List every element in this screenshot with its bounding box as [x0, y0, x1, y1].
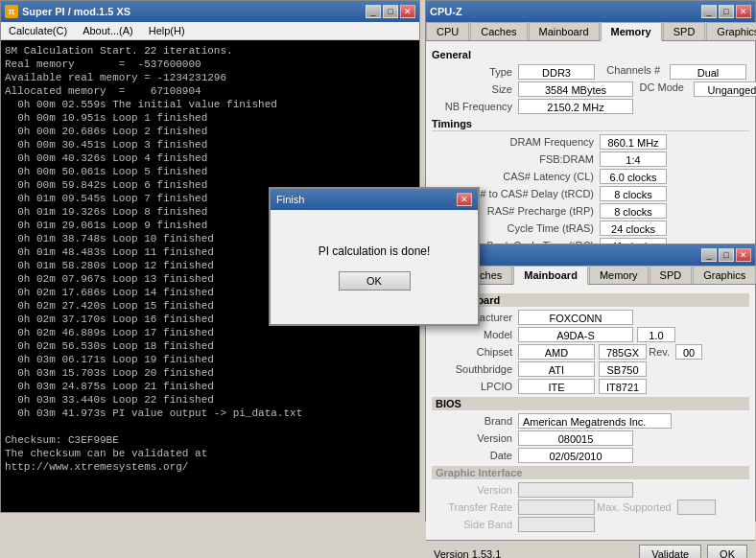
chipset-rev-label: Rev.: [649, 346, 675, 358]
timings-header: Timings: [432, 118, 749, 131]
superpi-titlebar: π Super PI / mod.1.5 XS _ □ ✕: [1, 1, 419, 22]
tab-mainboard[interactable]: Mainboard: [529, 22, 600, 40]
cas-row: CAS# Latency (CL) 6.0 clocks: [432, 169, 749, 184]
superpi-controls: _ □ ✕: [366, 5, 415, 18]
dram-freq-label: DRAM Frequency: [432, 136, 600, 148]
dialog-close[interactable]: ✕: [457, 193, 472, 206]
ras-cas-value: 8 clocks: [600, 186, 667, 201]
chipset-label: Chipset: [432, 346, 518, 358]
cpuz-statusbar: Version 1.53.1 Validate OK: [426, 540, 755, 558]
validate-button[interactable]: Validate: [639, 545, 701, 559]
brand-row: Brand American Megatrends Inc.: [432, 413, 749, 429]
tab-caches[interactable]: Caches: [470, 22, 527, 40]
gi-transfer-value: [518, 500, 595, 515]
model-label: Model: [432, 329, 518, 340]
cas-label: CAS# Latency (CL): [432, 171, 600, 182]
cpuz-bot-close[interactable]: ✕: [736, 248, 751, 262]
gi-sideband-row: Side Band: [432, 517, 749, 532]
mfr-value: FOXCONN: [518, 310, 633, 325]
fsb-dram-label: FSB:DRAM: [432, 153, 600, 165]
nb-freq-row: NB Frequency 2150.2 MHz: [432, 99, 749, 114]
gi-version-value: [518, 482, 633, 498]
dram-freq-value: 860.1 MHz: [600, 134, 667, 150]
gi-max-value: [677, 500, 716, 515]
minimize-button[interactable]: _: [366, 5, 381, 18]
tab-graphics[interactable]: Graphics: [706, 22, 756, 40]
tab-memory[interactable]: Memory: [601, 22, 662, 41]
cpuz-version: Version 1.53.1: [434, 548, 501, 559]
bot-tab-graphics[interactable]: Graphics: [693, 266, 756, 284]
bios-version-value: 080015: [518, 430, 633, 446]
bot-tab-spd[interactable]: SPD: [650, 266, 693, 284]
cpuz-bot-minimize[interactable]: _: [701, 248, 717, 262]
dram-freq-row: DRAM Frequency 860.1 MHz: [432, 134, 749, 150]
menu-calculate[interactable]: Calculate(C): [5, 24, 71, 37]
size-pair: 3584 MBytes DC Mode Unganged: [518, 81, 756, 97]
cpuz-top-minimize[interactable]: _: [701, 5, 717, 18]
dc-mode-value: Unganged: [694, 81, 756, 97]
cpuz-top-tabs: CPU Caches Mainboard Memory SPD Graphics…: [426, 22, 755, 41]
superpi-menubar: Calculate(C) About...(A) Help(H): [1, 22, 419, 40]
cpuz-top-title: CPU-Z: [430, 6, 462, 17]
gi-version-label: Version: [432, 484, 518, 496]
dialog-title: Finish: [276, 194, 304, 205]
lpcio-v2: IT8721: [599, 379, 647, 394]
menu-help[interactable]: Help(H): [145, 24, 189, 37]
ok-button-cpuz[interactable]: OK: [707, 545, 747, 559]
dialog-body: PI calculation is done! OK: [271, 210, 478, 324]
brand-label: Brand: [432, 415, 518, 427]
bios-date-row: Date 02/05/2010: [432, 448, 749, 463]
gi-version-row: Version: [432, 482, 749, 498]
gi-sideband-value: [518, 517, 595, 532]
bios-version-row: Version 080015: [432, 430, 749, 446]
fsb-dram-row: FSB:DRAM 1:4: [432, 151, 749, 167]
cpuz-top-maximize[interactable]: □: [719, 5, 734, 18]
chipset-row: Chipset AMD 785GX Rev. 00: [432, 344, 749, 360]
gi-max-label: Max. Supported: [597, 501, 677, 513]
tab-cpu[interactable]: CPU: [426, 22, 469, 40]
bios-date-label: Date: [432, 450, 518, 461]
lpcio-v1: ITE: [518, 379, 595, 394]
type-label: Type: [432, 66, 518, 78]
bot-tab-mainboard[interactable]: Mainboard: [513, 266, 588, 285]
superpi-title: Super PI / mod.1.5 XS: [22, 6, 130, 17]
cpuz-bot-maximize[interactable]: □: [719, 248, 734, 262]
close-button[interactable]: ✕: [400, 5, 415, 18]
titlebar-left: π Super PI / mod.1.5 XS: [5, 5, 130, 18]
sb-row: Southbridge ATI SB750: [432, 361, 749, 377]
dialog-message: PI calculation is done!: [319, 244, 431, 258]
nb-freq-label: NB Frequency: [432, 101, 518, 112]
cpuz-bottom-controls: _ □ ✕: [701, 248, 751, 262]
gi-sideband-label: Side Band: [432, 519, 518, 530]
size-value: 3584 MBytes: [518, 81, 633, 97]
cpuz-top-controls: _ □ ✕: [701, 5, 751, 18]
gi-transfer-row: Transfer Rate Max. Supported: [432, 500, 749, 515]
chipset-rev: 00: [675, 344, 702, 360]
chipset-v1: AMD: [518, 344, 595, 360]
cpuz-top-titlebar: CPU-Z _ □ ✕: [426, 1, 755, 22]
ras-pre-value: 8 clocks: [600, 203, 667, 219]
cpuz-top-close[interactable]: ✕: [736, 5, 751, 18]
maximize-button[interactable]: □: [383, 5, 398, 18]
general-header: General: [432, 49, 749, 60]
finish-dialog: Finish ✕ PI calculation is done! OK: [269, 187, 480, 326]
bios-header: BIOS: [432, 397, 749, 410]
dialog-ok-button[interactable]: OK: [339, 271, 411, 291]
tab-spd[interactable]: SPD: [663, 22, 706, 40]
gi-header: Graphic Interface: [432, 466, 749, 479]
bot-tab-memory[interactable]: Memory: [589, 266, 649, 284]
size-row: Size 3584 MBytes DC Mode Unganged: [432, 81, 749, 97]
sb-v1: ATI: [518, 361, 595, 377]
gi-transfer-label: Transfer Rate: [432, 501, 518, 513]
sb-v2: SB750: [599, 361, 647, 377]
statusbar-buttons: Validate OK: [639, 545, 747, 559]
lpcio-row: LPCIO ITE IT8721: [432, 379, 749, 394]
dc-mode-label: DC Mode: [637, 81, 690, 97]
nb-freq-value: 2150.2 MHz: [518, 99, 633, 114]
size-label: Size: [432, 83, 518, 95]
channels-value: Dual: [670, 64, 746, 80]
menu-about[interactable]: About...(A): [79, 24, 137, 37]
fsb-dram-value: 1:4: [600, 151, 667, 167]
dialog-titlebar: Finish ✕: [271, 189, 478, 210]
model-row: Model A9DA-S 1.0: [432, 327, 749, 342]
